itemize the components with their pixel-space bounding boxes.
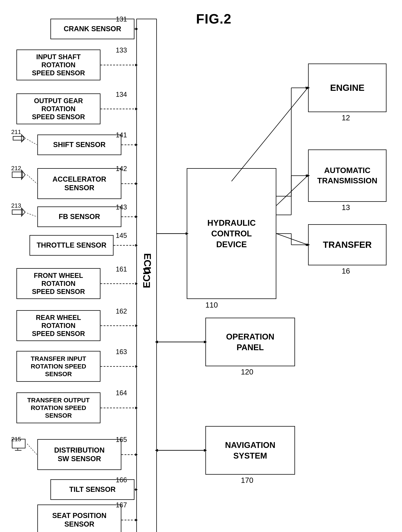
ref-167: 167 (116, 501, 127, 509)
ref-120: 120 (241, 368, 253, 376)
hydraulic-control-block: HYDRAULICCONTROLDEVICE (187, 168, 276, 299)
distribution-sensor-box: DISTRIBUTIONSW SENSOR (37, 439, 121, 470)
ref-163: 163 (116, 348, 127, 356)
ref-143: 143 (116, 203, 127, 211)
transfer-block: TRANSFER (308, 224, 387, 265)
svg-line-49 (276, 234, 308, 245)
fb-sensor-box: FB SENSOR (37, 207, 121, 227)
ecu-block: ECU (136, 19, 157, 532)
operation-panel-block: OPERATIONPANEL (205, 318, 295, 366)
ref-13: 13 (342, 203, 350, 212)
engine-block: ENGINE (308, 63, 387, 112)
ecu-label: ECU (142, 253, 153, 274)
ref-213-icon: 213 (11, 202, 21, 209)
automatic-transmission-block: AUTOMATICTRANSMISSION (308, 150, 387, 202)
svg-rect-0 (13, 136, 23, 140)
input-shaft-sensor-box: INPUT SHAFT ROTATIONSPEED SENSOR (16, 50, 100, 80)
svg-rect-2 (12, 172, 22, 177)
navigation-block: NAVIGATIONSYSTEM (205, 426, 295, 475)
ref-170: 170 (241, 476, 253, 485)
throttle-sensor-box: THROTTLE SENSOR (30, 235, 113, 256)
seat-position-sensor-box: SEAT POSITIONSENSOR (37, 505, 121, 532)
diagram: FIG.2 CRANK SENSOR 131 INPUT SHAFT ROTAT… (0, 0, 402, 532)
svg-line-39 (27, 139, 37, 145)
rear-wheel-sensor-box: REAR WHEEL ROTATIONSPEED SENSOR (16, 310, 100, 341)
ref-162: 162 (116, 307, 127, 315)
ref-215-icon: 215 (11, 436, 21, 443)
front-wheel-sensor-box: FRONT WHEEL ROTATIONSPEED SENSOR (16, 268, 100, 299)
transfer-output-sensor-box: TRANSFER OUTPUTROTATION SPEED SENSOR (16, 393, 100, 423)
accelerator-sensor-box: ACCELERATORSENSOR (37, 168, 121, 199)
svg-line-40 (27, 175, 37, 184)
ref-110: 110 (205, 301, 218, 309)
figure-title: FIG.2 (196, 11, 232, 26)
svg-line-42 (27, 444, 37, 455)
ref-12: 12 (342, 114, 350, 122)
svg-rect-4 (12, 210, 22, 214)
transfer-input-sensor-box: TRANSFER INPUTROTATION SPEED SENSOR (16, 351, 100, 382)
ref-166: 166 (116, 476, 127, 484)
ref-164: 164 (116, 389, 127, 397)
ref-145: 145 (116, 232, 127, 240)
ref-134: 134 (116, 91, 127, 98)
ref-161: 161 (116, 265, 127, 273)
ref-142: 142 (116, 165, 127, 173)
ref-141: 141 (116, 131, 127, 139)
ref-165: 165 (116, 436, 127, 443)
ref-212-icon: 212 (11, 165, 21, 172)
ref-16: 16 (342, 267, 350, 275)
shift-sensor-box: SHIFT SENSOR (37, 134, 121, 155)
ref-133: 133 (116, 46, 127, 54)
svg-marker-5 (21, 208, 25, 216)
svg-marker-3 (21, 170, 25, 179)
svg-line-47 (276, 176, 308, 206)
ref-131: 131 (116, 15, 127, 23)
svg-line-41 (27, 213, 37, 217)
ref-211-icon: 211 (11, 129, 21, 135)
output-gear-sensor-box: OUTPUT GEAR ROTATIONSPEED SENSOR (16, 93, 100, 124)
svg-line-45 (232, 88, 308, 181)
